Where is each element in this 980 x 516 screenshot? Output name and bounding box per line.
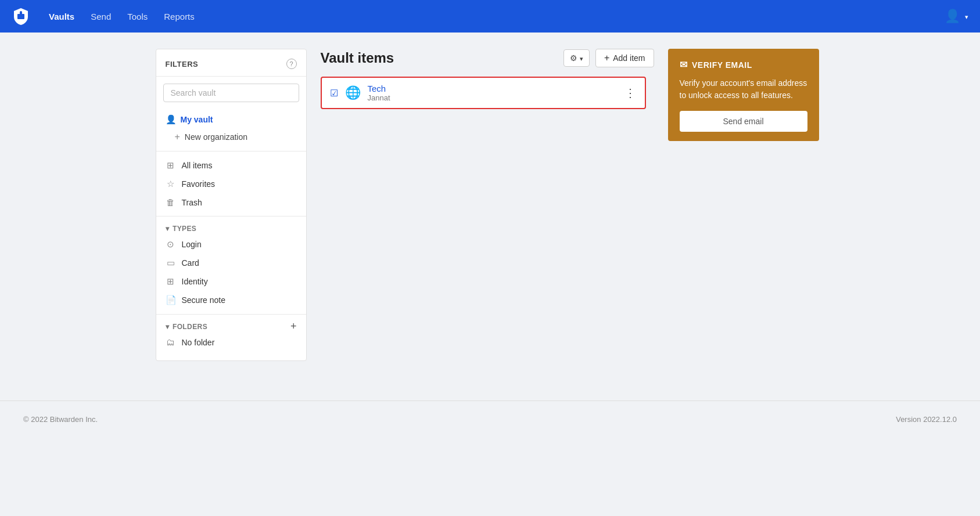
search-input[interactable] — [163, 84, 299, 102]
login-label: Login — [182, 240, 202, 249]
nav-tools[interactable]: Tools — [127, 9, 148, 24]
star-icon: ☆ — [166, 179, 176, 189]
no-folder-label: No folder — [182, 338, 215, 347]
login-item[interactable]: ⊙ Login — [156, 235, 306, 254]
gear-chevron-icon — [580, 53, 583, 63]
add-item-label: Add item — [613, 53, 645, 63]
item-username: Jannat — [368, 93, 618, 102]
add-folder-button[interactable]: + — [288, 321, 299, 331]
user-circle-icon: 👤 — [166, 114, 176, 125]
item-info: Tech Jannat — [368, 84, 618, 102]
types-header: ▾ TYPES — [156, 221, 306, 235]
filters-title: FILTERS — [166, 60, 199, 68]
item-checkbox[interactable]: ☑ — [330, 88, 338, 99]
secure-note-label: Secure note — [182, 295, 226, 305]
verify-email-card: ✉ VERIFY EMAIL Verify your account's ema… — [668, 49, 819, 141]
trash-icon: 🗑 — [166, 197, 176, 207]
new-org-label: New organization — [185, 132, 247, 142]
card-icon: ▭ — [166, 258, 176, 268]
nav-left: Vaults Send Tools Reports — [12, 7, 195, 26]
folders-header: ▾ FOLDERS — [156, 319, 217, 333]
version: Version 2022.12.0 — [896, 415, 957, 424]
identity-icon: ⊞ — [166, 276, 176, 287]
help-icon[interactable]: ? — [286, 59, 297, 69]
types-label: TYPES — [173, 225, 196, 233]
note-icon: 📄 — [166, 295, 176, 305]
chevron-types-icon: ▾ — [166, 225, 169, 233]
grid-icon: ⊞ — [166, 160, 176, 171]
vault-title: Vault items — [321, 50, 394, 66]
top-navigation: Vaults Send Tools Reports 👤 — [0, 0, 980, 33]
vault-content: Vault items ⚙ + Add item ☑ 🌐 Tech Jannat… — [321, 49, 654, 109]
trash-label: Trash — [182, 198, 202, 207]
nav-links: Vaults Send Tools Reports — [49, 9, 195, 24]
all-items-item[interactable]: ⊞ All items — [156, 156, 306, 175]
copyright: © 2022 Bitwarden Inc. — [23, 415, 98, 424]
trash-item[interactable]: 🗑 Trash — [156, 193, 306, 211]
folders-label: FOLDERS — [173, 323, 207, 331]
card-label: Card — [182, 258, 199, 268]
item-more-button[interactable]: ⋮ — [624, 86, 637, 100]
nav-send[interactable]: Send — [91, 9, 111, 24]
nav-reports[interactable]: Reports — [164, 9, 195, 24]
divider-3 — [156, 314, 306, 315]
chevron-down-icon — [965, 11, 968, 21]
logo[interactable] — [12, 7, 30, 26]
item-globe-icon: 🌐 — [345, 85, 361, 100]
user-icon: 👤 — [945, 9, 960, 24]
nav-vaults[interactable]: Vaults — [49, 9, 74, 24]
login-icon: ⊙ — [166, 239, 176, 250]
no-folder-item[interactable]: 🗂 No folder — [156, 333, 306, 351]
verify-title: VERIFY EMAIL — [692, 60, 752, 70]
vault-header: Vault items ⚙ + Add item — [321, 49, 654, 67]
verify-header: ✉ VERIFY EMAIL — [680, 59, 807, 70]
identity-label: Identity — [182, 277, 208, 286]
verify-body: Verify your account's email address to u… — [680, 77, 807, 102]
identity-item[interactable]: ⊞ Identity — [156, 272, 306, 291]
main-container: FILTERS ? 👤 My vault + New organization … — [142, 33, 839, 377]
email-icon: ✉ — [680, 59, 688, 70]
plus-icon: + — [175, 132, 180, 142]
gear-icon: ⚙ — [570, 53, 577, 63]
user-menu[interactable]: 👤 — [945, 9, 968, 24]
vault-actions: ⚙ + Add item — [563, 49, 654, 67]
divider-2 — [156, 216, 306, 216]
footer: © 2022 Bitwarden Inc. Version 2022.12.0 — [0, 400, 980, 438]
chevron-folders-icon: ▾ — [166, 323, 169, 331]
all-items-label: All items — [182, 161, 213, 170]
vault-item-row: ☑ 🌐 Tech Jannat ⋮ — [321, 77, 646, 109]
send-email-button[interactable]: Send email — [680, 111, 807, 132]
new-organization-item[interactable]: + New organization — [156, 129, 306, 146]
gear-button[interactable]: ⚙ — [563, 49, 590, 67]
my-vault-item[interactable]: 👤 My vault — [156, 110, 306, 129]
favorites-label: Favorites — [182, 179, 216, 189]
card-item[interactable]: ▭ Card — [156, 254, 306, 272]
my-vault-label: My vault — [181, 115, 213, 124]
add-plus-icon: + — [604, 53, 609, 63]
favorites-item[interactable]: ☆ Favorites — [156, 175, 306, 193]
sidebar-header: FILTERS ? — [156, 59, 306, 77]
folders-row: ▾ FOLDERS + — [156, 319, 306, 333]
add-item-button[interactable]: + Add item — [595, 49, 654, 67]
item-name[interactable]: Tech — [368, 84, 618, 93]
search-box — [163, 84, 299, 102]
folder-icon: 🗂 — [166, 337, 176, 347]
sidebar: FILTERS ? 👤 My vault + New organization … — [156, 49, 307, 361]
right-column: ✉ VERIFY EMAIL Verify your account's ema… — [668, 49, 825, 141]
divider — [156, 151, 306, 151]
secure-note-item[interactable]: 📄 Secure note — [156, 291, 306, 309]
